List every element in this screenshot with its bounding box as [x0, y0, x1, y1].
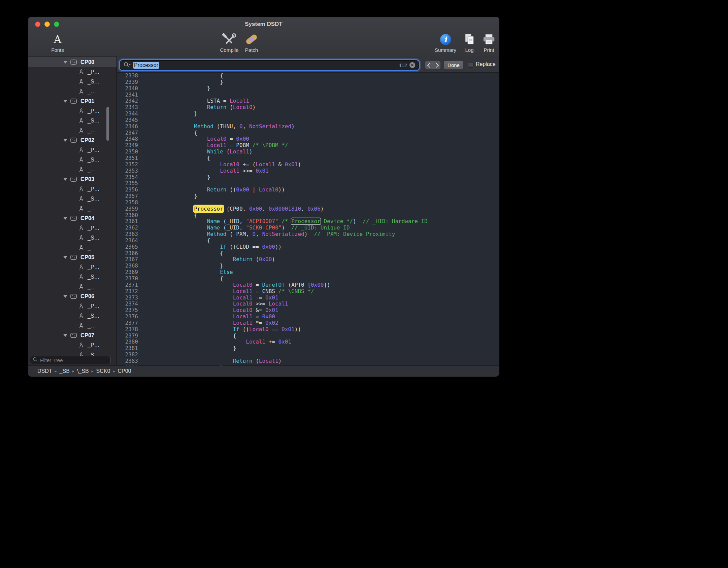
tree-item-cp01[interactable]: CP01: [28, 96, 117, 106]
sidebar-scrollbar[interactable]: [106, 107, 109, 141]
search-menu-icon[interactable]: [124, 62, 131, 69]
tree-item-cp07[interactable]: CP07: [28, 330, 117, 340]
code-line: 2378 If ((Local0 == 0x01)): [117, 326, 499, 333]
disclosure-triangle-icon[interactable]: [63, 256, 67, 259]
tree-item-child[interactable]: _…: [28, 204, 117, 213]
breadcrumb-item[interactable]: SCK0: [96, 368, 110, 374]
tree-item-child[interactable]: _P…: [28, 67, 117, 77]
breadcrumb-item[interactable]: _SB: [60, 368, 70, 374]
tree-item-child[interactable]: _S…: [28, 311, 117, 321]
tree-item-label: _…: [88, 323, 96, 329]
print-button[interactable]: Print: [470, 33, 499, 53]
filter-tree-field[interactable]: [30, 356, 111, 364]
line-number: 2365: [117, 244, 138, 250]
code-editor[interactable]: 2338 {2339 }2340 }23412342 LSTA = Local1…: [117, 73, 499, 365]
method-icon: [79, 313, 84, 319]
tree-item-cp04[interactable]: CP04: [28, 213, 117, 223]
code-text: {: [142, 130, 197, 136]
tree-item-child[interactable]: _P…: [28, 106, 117, 116]
code-line: 2382: [117, 352, 499, 358]
tree-item-child[interactable]: _P…: [28, 301, 117, 311]
tree-item-child[interactable]: _S…: [28, 194, 117, 204]
tree-item-label: _…: [88, 245, 96, 251]
breadcrumb-item[interactable]: \_SB: [77, 368, 89, 374]
previous-match-button[interactable]: [425, 61, 433, 69]
line-number: 2352: [117, 162, 138, 168]
code-line: 2344 }: [117, 111, 499, 117]
tree-item-label: _S…: [88, 118, 100, 124]
method-icon: [79, 186, 84, 192]
tree-item-child[interactable]: _…: [28, 243, 117, 252]
code-line: 2360 {: [117, 212, 499, 219]
method-icon: [79, 196, 84, 202]
scope-icon: [70, 294, 77, 299]
line-number: 2356: [117, 187, 138, 193]
disclosure-triangle-icon[interactable]: [63, 178, 67, 181]
tree-item-child[interactable]: _P…: [28, 340, 117, 350]
tree-item-child[interactable]: _…: [28, 321, 117, 330]
code-text: Method (THNU, 0, NotSerialized): [142, 123, 295, 130]
done-button[interactable]: Done: [444, 61, 463, 69]
disclosure-triangle-icon[interactable]: [63, 295, 67, 298]
line-number: 2342: [117, 98, 138, 104]
tree-item-cp00[interactable]: CP00: [28, 57, 117, 67]
tree-item-cp06[interactable]: CP06: [28, 291, 117, 301]
code-text: Local0 &= 0x01: [142, 307, 278, 313]
disclosure-triangle-icon[interactable]: [63, 217, 67, 220]
tree-item-label: _…: [88, 206, 96, 212]
tree-item-child[interactable]: _…: [28, 282, 117, 291]
code-line: 2371 Local0 = DerefOf (APT0 [0x00]): [117, 282, 499, 288]
tree-item-child[interactable]: _S…: [28, 350, 117, 356]
disclosure-triangle-icon[interactable]: [63, 139, 67, 142]
code-text: Local0 >>= Local1: [142, 300, 288, 307]
replace-checkbox[interactable]: [468, 62, 473, 68]
tree-item-child[interactable]: _P…: [28, 184, 117, 194]
code-text: Local0 = 0x00: [142, 136, 249, 142]
tree-item-child[interactable]: _S…: [28, 116, 117, 126]
line-number: 2370: [117, 276, 138, 282]
tree-item-child[interactable]: _S…: [28, 155, 117, 165]
line-number: 2381: [117, 345, 138, 352]
disclosure-triangle-icon[interactable]: [63, 100, 67, 103]
tree-item-label: _P…: [88, 303, 100, 309]
code-line: 2381 }: [117, 345, 499, 352]
tree-item-cp03[interactable]: CP03: [28, 174, 117, 184]
scope-icon: [70, 138, 77, 143]
disclosure-triangle-icon[interactable]: [63, 334, 67, 337]
code-line: 2338 {: [117, 73, 499, 79]
tree-item-cp02[interactable]: CP02: [28, 135, 117, 145]
breadcrumb-item[interactable]: CP00: [118, 368, 131, 374]
tree-item-child[interactable]: _P…: [28, 145, 117, 155]
code-line: 2362 Name (_UID, "SCK0-CP00") // _UID: U…: [117, 225, 499, 231]
code-text: }: [142, 262, 223, 269]
patch-button[interactable]: Patch: [233, 33, 270, 53]
line-number: 2380: [117, 339, 138, 345]
next-match-button[interactable]: [433, 61, 440, 69]
tree-item-child[interactable]: _…: [28, 86, 117, 96]
tree-item-child[interactable]: _…: [28, 126, 117, 135]
breadcrumb-separator-icon: ▸: [55, 369, 57, 374]
tree-item-child[interactable]: _S…: [28, 77, 117, 86]
code-text: Name (_HID, "ACPI0007" /* Processor Devi…: [142, 218, 428, 224]
code-line: 2358: [117, 200, 499, 206]
disclosure-triangle-icon[interactable]: [63, 61, 67, 64]
line-number: 2378: [117, 326, 138, 333]
window-header: System DSDT A Fonts Compile: [28, 17, 499, 57]
breadcrumb-item[interactable]: DSDT: [37, 368, 52, 374]
tree-item-child[interactable]: _S…: [28, 272, 117, 282]
tree-item-child[interactable]: _…: [28, 165, 117, 174]
tree-item-child[interactable]: _P…: [28, 223, 117, 233]
filter-tree-input[interactable]: [39, 357, 108, 363]
clear-search-icon[interactable]: ✕: [409, 62, 415, 68]
tree-item-label: _S…: [88, 274, 100, 280]
fonts-button[interactable]: A Fonts: [39, 33, 76, 53]
line-number: 2346: [117, 123, 138, 130]
method-icon: [79, 245, 84, 250]
tree-item-child[interactable]: _S…: [28, 233, 117, 243]
tree-item-child[interactable]: _P…: [28, 262, 117, 272]
code-line: 2356 Return ((0x00 | Local0)): [117, 187, 499, 193]
tree-item-cp05[interactable]: CP05: [28, 252, 117, 262]
patch-icon: [245, 33, 258, 46]
find-input[interactable]: Processor 112 ✕: [120, 60, 419, 70]
sidebar-tree: CP00_P…_S…_…CP01_P…_S…_…CP02_P…_S…_…CP03…: [28, 57, 117, 356]
